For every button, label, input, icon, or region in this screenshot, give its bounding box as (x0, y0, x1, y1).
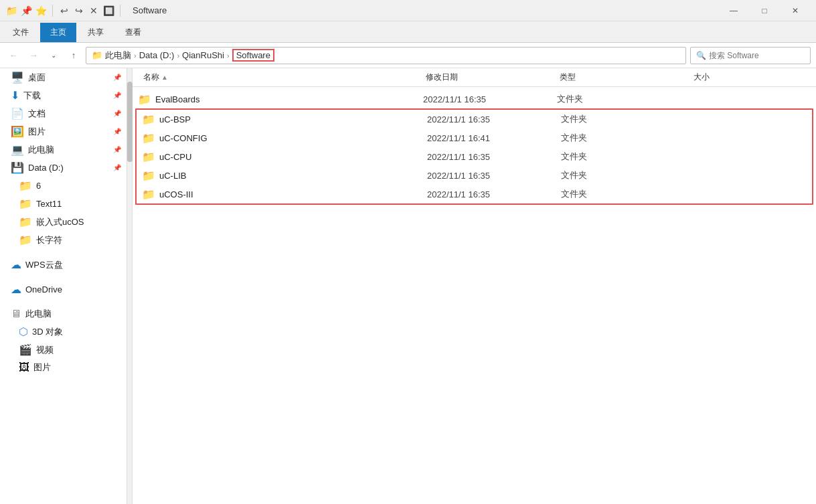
col-type-label: 类型 (560, 72, 576, 83)
sidebar-label-desktop: 桌面 (28, 72, 46, 84)
sidebar-scrollbar[interactable] (127, 68, 133, 504)
sidebar-label-6: 6 (36, 181, 41, 191)
search-icon: 🔍 (696, 51, 706, 60)
sort-arrow-name: ▲ (161, 74, 168, 81)
sidebar-label-longstr: 长字符 (36, 234, 62, 246)
file-uccpu-date: 2022/11/1 16:35 (427, 152, 561, 162)
tab-home[interactable]: 主页 (40, 23, 76, 42)
col-size-header[interactable]: 大小 (693, 72, 811, 83)
col-type-header[interactable]: 类型 (560, 72, 693, 83)
sidebar-item-data[interactable]: 💾 Data (D:) 📌 (0, 159, 127, 177)
file-evalboards-name: EvalBoards (155, 94, 423, 104)
pictures-icon: 🖼️ (11, 125, 24, 138)
tab-share[interactable]: 共享 (78, 23, 114, 42)
sidebar-item-docs[interactable]: 📄 文档 📌 (0, 104, 127, 122)
pin-icon-docs: 📌 (113, 110, 121, 117)
highlight-group: 📁 uC-BSP 2022/11/1 16:35 文件夹 📁 uC-CONFIG… (135, 108, 813, 205)
sep2: › (177, 52, 179, 60)
col-size-label: 大小 (693, 72, 710, 83)
sidebar-item-longstr[interactable]: 📁 长字符 (0, 231, 127, 249)
sidebar-item-desktop[interactable]: 🖥️ 桌面 📌 (0, 68, 127, 86)
sidebar-item-ucOS[interactable]: 📁 嵌入式ucOS (0, 213, 127, 231)
up-button[interactable]: ↑ (66, 48, 82, 64)
maximize-button[interactable]: □ (749, 0, 780, 21)
ribbon-tabs: 文件 主页 共享 查看 (0, 21, 816, 43)
sidebar-item-thispc2[interactable]: 🖥 此电脑 (0, 305, 127, 323)
file-row-ucosiii[interactable]: 📁 uCOS-III 2022/11/1 16:35 文件夹 (137, 185, 812, 203)
redo-icon[interactable]: ↪ (73, 5, 85, 17)
sidebar-label-text11: Text11 (36, 199, 62, 209)
address-computer: 此电脑 (105, 50, 131, 62)
sidebar-label-data: Data (D:) (28, 163, 64, 173)
undo-icon[interactable]: ↩ (58, 5, 70, 17)
gap1 (0, 249, 127, 256)
back-button[interactable]: ← (5, 48, 21, 64)
close-button[interactable]: ✕ (780, 0, 811, 21)
file-row-uccpu[interactable]: 📁 uC-CPU 2022/11/1 16:35 文件夹 (137, 147, 812, 166)
sidebar-item-3d[interactable]: ⬡ 3D 对象 (0, 323, 127, 341)
save-icon[interactable]: 📁 (5, 5, 17, 17)
dropdown-button[interactable]: ⌄ (46, 48, 62, 64)
address-drive: Data (D:) (139, 50, 175, 60)
scrollbar-thumb[interactable] (127, 82, 133, 162)
image2-icon: 🖼 (19, 361, 29, 373)
properties-icon[interactable]: 🔲 (102, 5, 114, 17)
download-icon: ⬇ (11, 89, 19, 102)
sidebar-label-downloads: 下载 (23, 90, 41, 102)
file-ucbsp-type: 文件夹 (561, 113, 695, 125)
forward-button[interactable]: → (25, 48, 42, 64)
tab-file[interactable]: 文件 (3, 23, 39, 42)
sidebar-label-wps: WPS云盘 (25, 259, 63, 271)
file-row-ucbsp[interactable]: 📁 uC-BSP 2022/11/1 16:35 文件夹 (137, 110, 812, 129)
pin-icon-thispc: 📌 (113, 146, 121, 153)
wps-cloud-icon: ☁ (11, 258, 21, 271)
file-ucosiii-type: 文件夹 (561, 188, 695, 200)
file-ucconfig-name: uC-CONFIG (159, 133, 427, 143)
address-qianrushi: QianRuShi (182, 50, 224, 60)
address-folder-icon: 📁 (92, 50, 102, 60)
gap3 (0, 299, 127, 305)
delete-icon[interactable]: ✕ (88, 5, 100, 17)
sidebar-item-downloads[interactable]: ⬇ 下载 📌 (0, 86, 127, 104)
col-date-header[interactable]: 修改日期 (426, 72, 560, 83)
file-row-evalboards[interactable]: 📁 EvalBoards 2022/11/1 16:35 文件夹 (133, 90, 816, 108)
sidebar-item-video[interactable]: 🎬 视频 (0, 341, 127, 359)
sidebar-item-wps[interactable]: ☁ WPS云盘 (0, 256, 127, 274)
file-row-uclib[interactable]: 📁 uC-LIB 2022/11/1 16:35 文件夹 (137, 166, 812, 185)
pin-icon-desktop: 📌 (113, 74, 121, 81)
folder-ucOS-icon: 📁 (19, 216, 32, 228)
sidebar-item-onedrive[interactable]: ☁ OneDrive (0, 280, 127, 299)
divider (52, 5, 53, 17)
sidebar-item-text11[interactable]: 📁 Text11 (0, 195, 127, 213)
folder-evalboards-icon: 📁 (138, 93, 151, 106)
file-list: 📁 EvalBoards 2022/11/1 16:35 文件夹 📁 uC-BS… (133, 87, 816, 504)
doc-icon: 📄 (11, 107, 24, 120)
file-row-ucconfig[interactable]: 📁 uC-CONFIG 2022/11/1 16:41 文件夹 (137, 129, 812, 147)
window-title: Software (127, 5, 714, 15)
file-evalboards-date: 2022/11/1 16:35 (423, 94, 557, 104)
column-headers: 名称 ▲ 修改日期 类型 大小 (133, 68, 816, 87)
drive-icon: 💾 (11, 161, 24, 174)
folder-uccpu-icon: 📁 (142, 151, 155, 163)
file-ucosiii-name: uCOS-III (159, 189, 427, 199)
minimize-button[interactable]: — (718, 0, 749, 21)
sidebar-item-thispc[interactable]: 💻 此电脑 📌 (0, 141, 127, 159)
search-input[interactable] (709, 51, 805, 60)
cube-icon: ⬡ (19, 325, 28, 338)
file-ucbsp-name: uC-BSP (159, 114, 427, 124)
star-icon[interactable]: ⭐ (35, 5, 47, 17)
pin-icon[interactable]: 📌 (20, 5, 32, 17)
tab-view[interactable]: 查看 (115, 23, 151, 42)
col-date-label: 修改日期 (426, 72, 458, 83)
sidebar-label-pictures: 图片 (28, 126, 46, 138)
folder-ucosiii-icon: 📁 (142, 188, 155, 201)
address-bar[interactable]: 📁 此电脑 › Data (D:) › QianRuShi › Software (86, 47, 686, 64)
folder-text11-icon: 📁 (19, 197, 32, 210)
sidebar: 🖥️ 桌面 📌 ⬇ 下载 📌 📄 文档 📌 🖼️ 图片 📌 💻 此电脑 📌 💾 … (0, 68, 127, 504)
col-name-header[interactable]: 名称 ▲ (138, 72, 426, 83)
sidebar-item-image2[interactable]: 🖼 图片 (0, 359, 127, 376)
sidebar-item-pictures[interactable]: 🖼️ 图片 📌 (0, 122, 127, 141)
sidebar-item-6[interactable]: 📁 6 (0, 177, 127, 195)
video-icon: 🎬 (19, 343, 32, 356)
search-bar[interactable]: 🔍 (690, 47, 811, 64)
